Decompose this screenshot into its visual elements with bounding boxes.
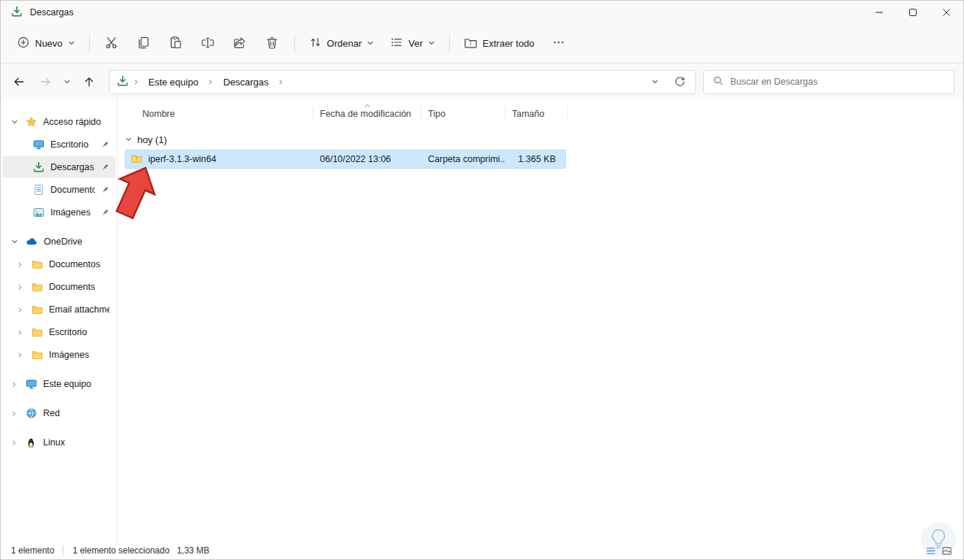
chevron-down-icon: [68, 38, 75, 49]
chevron-down-icon: [367, 38, 374, 49]
chevron-down-icon[interactable]: [11, 118, 20, 126]
cut-button[interactable]: [96, 31, 127, 57]
search-box[interactable]: [703, 70, 955, 94]
sort-ascending-icon: [364, 101, 371, 111]
column-label: Nombre: [142, 109, 175, 119]
recent-locations-button[interactable]: [59, 69, 75, 94]
sidebar-label: Imágenes: [49, 350, 110, 360]
sidebar-item-this-pc[interactable]: Este equipo: [2, 373, 115, 395]
chevron-right-icon[interactable]: [17, 261, 26, 268]
file-size: 1.365 KB: [505, 154, 562, 164]
sidebar-item-onedrive-escritorio[interactable]: Escritorio: [2, 321, 115, 343]
sidebar-label: Este equipo: [43, 379, 110, 389]
sidebar-item-network[interactable]: Red: [2, 402, 115, 424]
sidebar-item-documentos[interactable]: Documentos: [2, 179, 115, 201]
trash-icon: [265, 36, 279, 52]
pin-icon: [101, 208, 110, 217]
rename-button[interactable]: [193, 31, 223, 57]
back-button[interactable]: [7, 69, 31, 94]
chevron-right-icon[interactable]: [205, 79, 217, 85]
share-icon: [233, 36, 247, 52]
sidebar-label: Documentos: [49, 259, 110, 269]
chevron-right-icon[interactable]: [11, 381, 20, 388]
chevron-right-icon[interactable]: [11, 440, 20, 446]
share-button[interactable]: [225, 31, 256, 57]
sort-button[interactable]: Ordenar: [302, 31, 382, 57]
pin-icon: [101, 163, 110, 172]
search-input[interactable]: [730, 77, 945, 87]
ellipsis-icon: [552, 36, 565, 51]
sort-button-label: Ordenar: [327, 38, 362, 49]
pin-icon: [101, 140, 110, 149]
column-header-name[interactable]: Nombre: [126, 107, 313, 120]
sidebar-gap: [1, 425, 117, 431]
downloads-icon: [117, 75, 129, 89]
file-name: iperf-3.1.3-win64: [148, 154, 216, 164]
paste-icon: [169, 36, 183, 52]
refresh-button[interactable]: [669, 72, 691, 92]
up-button[interactable]: [77, 69, 102, 94]
sidebar-item-linux[interactable]: Linux: [2, 431, 115, 453]
sidebar-item-imagenes[interactable]: Imágenes: [2, 202, 115, 223]
forward-button[interactable]: [33, 69, 58, 94]
chevron-right-icon[interactable]: [17, 307, 26, 313]
maximize-button[interactable]: [896, 1, 930, 24]
file-row-selected[interactable]: iperf-3.1.3-win64 06/10/2022 13:06 Carpe…: [125, 150, 566, 169]
address-bar[interactable]: Este equipo Descargas: [109, 70, 696, 94]
breadcrumb-downloads[interactable]: Descargas: [218, 74, 274, 91]
copy-button[interactable]: [129, 31, 159, 57]
address-dropdown-button[interactable]: [644, 72, 666, 92]
chevron-right-icon[interactable]: [17, 329, 26, 336]
chevron-down-icon[interactable]: [125, 134, 132, 145]
new-button[interactable]: Nuevo: [9, 31, 83, 57]
chevron-down-icon[interactable]: [11, 238, 20, 245]
chevron-right-icon[interactable]: [275, 79, 287, 85]
command-bar: Nuevo Ordenar Ver Extraer todo: [1, 24, 963, 64]
sidebar-label: Documents: [49, 282, 110, 292]
sidebar-gap: [1, 367, 117, 372]
file-type: Carpeta comprimi...: [421, 154, 505, 164]
view-button[interactable]: Ver: [383, 31, 443, 57]
large-icons-view-button[interactable]: [941, 545, 953, 557]
sidebar-label: OneDrive: [44, 237, 110, 247]
sidebar-item-onedrive-documentos[interactable]: Documentos: [2, 253, 115, 275]
delete-button[interactable]: [257, 31, 288, 57]
sidebar-gap: [1, 396, 117, 402]
close-button[interactable]: [930, 1, 963, 24]
sidebar-item-descargas[interactable]: Descargas: [2, 156, 115, 178]
sidebar-item-escritorio[interactable]: Escritorio: [2, 134, 115, 156]
column-headers: Nombre Fecha de modificación Tipo Tamaño: [118, 103, 963, 125]
breadcrumb-this-pc[interactable]: Este equipo: [143, 74, 204, 91]
title-bar: Descargas: [1, 1, 963, 24]
sidebar-item-onedrive-email-attachments[interactable]: Email attachments: [2, 299, 115, 321]
sidebar-item-onedrive[interactable]: OneDrive: [2, 231, 115, 253]
sidebar-label: Imágenes: [50, 207, 95, 218]
sidebar-item-onedrive-imagenes[interactable]: Imágenes: [2, 344, 115, 366]
chevron-right-icon[interactable]: [11, 410, 20, 417]
extract-all-label: Extraer todo: [483, 38, 535, 49]
file-date: 06/10/2022 13:06: [313, 154, 421, 164]
toolbar-divider: [89, 34, 90, 53]
folder-icon: [31, 281, 43, 293]
sidebar-label: Red: [43, 408, 110, 418]
group-header-today[interactable]: hoy (1): [118, 131, 963, 148]
chevron-right-icon[interactable]: [17, 352, 26, 358]
sidebar-label: Email attachments: [49, 304, 110, 315]
paste-button[interactable]: [161, 31, 191, 57]
toolbar-divider: [449, 34, 450, 53]
details-view-button[interactable]: [925, 545, 937, 557]
sidebar-item-onedrive-documents[interactable]: Documents: [2, 276, 115, 298]
more-options-button[interactable]: [543, 31, 574, 57]
zip-folder-icon: [464, 36, 478, 52]
chevron-right-icon[interactable]: [130, 79, 142, 85]
network-icon: [26, 407, 37, 419]
sidebar-item-quick-access[interactable]: Acceso rápido: [2, 111, 115, 133]
minimize-button[interactable]: [862, 1, 896, 24]
column-header-type[interactable]: Tipo: [421, 107, 505, 120]
extract-all-button[interactable]: Extraer todo: [456, 31, 542, 57]
column-header-date[interactable]: Fecha de modificación: [313, 107, 421, 120]
column-header-size[interactable]: Tamaño: [505, 107, 568, 120]
file-list-pane: Nombre Fecha de modificación Tipo Tamaño…: [118, 100, 963, 542]
sort-icon: [309, 36, 322, 51]
chevron-right-icon[interactable]: [17, 284, 26, 291]
